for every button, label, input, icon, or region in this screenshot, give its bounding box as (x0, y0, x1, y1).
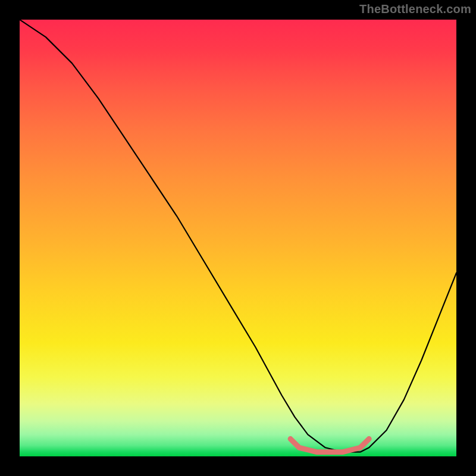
watermark-text: TheBottleneck.com (359, 2, 471, 16)
chart-container: TheBottleneck.com (0, 0, 476, 476)
gradient-plot-background (20, 20, 456, 456)
